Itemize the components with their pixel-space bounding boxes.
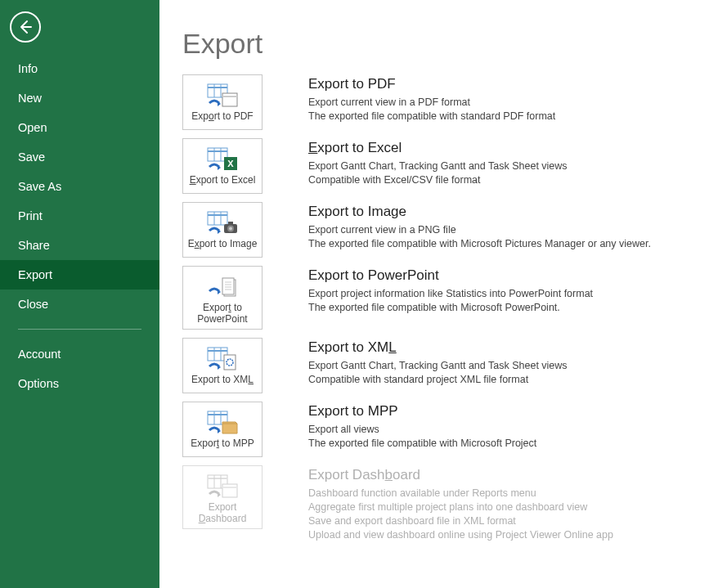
sidebar-item-save[interactable]: Save [0, 142, 159, 172]
svg-rect-8 [208, 150, 227, 152]
export-desc-powerpoint: Export to PowerPoint Export project info… [308, 266, 593, 315]
svg-rect-46 [222, 484, 237, 497]
svg-rect-15 [208, 214, 227, 216]
desc-line: Dashboard function available under Repor… [308, 487, 613, 500]
svg-rect-1 [208, 87, 227, 88]
sidebar-item-share[interactable]: Share [0, 231, 159, 260]
desc-line: Export Gantt Chart, Tracking Gantt and T… [308, 359, 568, 373]
backstage-sidebar: Info New Open Save Save As Print Share E… [0, 0, 159, 588]
desc-line: The exported file compatible with Micros… [308, 437, 536, 451]
tile-export-dashboard: ExportDashboard [182, 465, 263, 529]
sidebar-item-info[interactable]: Info [0, 54, 159, 83]
desc-line: Export current view in a PNG file [308, 223, 651, 237]
svg-rect-43 [208, 478, 227, 479]
sidebar-item-label: Print [18, 209, 43, 222]
tile-label: Export to MPP [191, 438, 254, 449]
sidebar-item-label: Info [18, 62, 38, 75]
tile-label: Export to PDF [191, 110, 253, 122]
svg-rect-19 [228, 222, 233, 225]
desc-line: The exported file compatible with standa… [308, 110, 555, 123]
desc-line: The exported file compatible with Micros… [308, 237, 651, 251]
desc-line: Compatible with standard project XML fil… [308, 373, 568, 387]
svg-rect-4 [222, 93, 237, 106]
desc-line: Aggregate first multiple project plans i… [308, 500, 613, 514]
sidebar-item-label: Account [18, 348, 61, 361]
sidebar-divider [18, 329, 141, 330]
svg-rect-14 [208, 212, 227, 225]
sidebar-item-close[interactable]: Close [0, 290, 159, 319]
sidebar-item-label: Options [18, 377, 59, 390]
svg-rect-47 [222, 487, 237, 488]
desc-title: Export to Image [308, 204, 651, 220]
sidebar-item-label: Open [18, 121, 47, 134]
export-row-image: Export to Image Export to Image Export c… [182, 202, 695, 258]
desc-title: Export to PDF [308, 76, 555, 92]
tile-label: Export to Excel [190, 174, 256, 186]
svg-rect-34 [224, 355, 236, 370]
back-button[interactable] [10, 11, 41, 43]
tile-label: Export to XML [191, 374, 254, 385]
export-pdf-icon [206, 80, 239, 108]
export-excel-icon: X [206, 144, 239, 172]
svg-rect-24 [222, 278, 234, 294]
sidebar-item-label: Export [18, 268, 52, 281]
desc-line: Compatible with Excel/CSV file format [308, 173, 568, 187]
export-mpp-icon [206, 407, 239, 435]
desc-line: The exported file compatible with Micros… [308, 301, 593, 315]
export-dashboard-icon [206, 471, 239, 499]
export-row-excel: X Export to Excel Export to Excel Export… [182, 138, 695, 194]
export-xml-icon [206, 343, 239, 371]
export-desc-image: Export to Image Export current view in a… [308, 202, 651, 251]
desc-line: Export current view in a PDF format [308, 96, 555, 110]
tile-export-pdf[interactable]: Export to PDF [182, 74, 263, 130]
desc-line: Export all views [308, 423, 536, 437]
tile-export-mpp[interactable]: Export to MPP [182, 402, 263, 457]
sidebar-item-account[interactable]: Account [0, 339, 159, 369]
export-desc-pdf: Export to PDF Export current view in a P… [308, 74, 555, 123]
sidebar-item-label: New [18, 92, 42, 105]
sidebar-item-label: Close [18, 298, 48, 311]
sidebar-item-label: Share [18, 239, 50, 252]
svg-rect-31 [208, 350, 227, 352]
sidebar-item-print[interactable]: Print [0, 201, 159, 231]
desc-line: Save and export dashboard file in XML fo… [308, 514, 613, 528]
tile-export-xml[interactable]: Export to XML [182, 338, 263, 393]
sidebar-item-new[interactable]: New [0, 83, 159, 113]
export-row-pdf: Export to PDF Export to PDF Export curre… [182, 74, 695, 130]
tile-label: ExportDashboard [199, 501, 247, 524]
tile-label: Export to Image [188, 238, 258, 249]
export-image-icon [206, 208, 239, 236]
sidebar-item-options[interactable]: Options [0, 369, 159, 398]
tile-export-excel[interactable]: X Export to Excel [182, 138, 263, 194]
export-desc-mpp: Export to MPP Export all views The expor… [308, 402, 536, 451]
main-content: Export Export to PDF Export to PDF Expor [159, 0, 718, 588]
tile-export-image[interactable]: Export to Image [182, 202, 263, 258]
sidebar-item-save-as[interactable]: Save As [0, 172, 159, 201]
sidebar-item-export[interactable]: Export [0, 260, 159, 290]
svg-text:X: X [227, 159, 234, 168]
desc-title: Export to PowerPoint [308, 267, 593, 284]
tile-export-powerpoint[interactable]: Export toPowerPoint [182, 266, 263, 330]
back-arrow-icon [17, 19, 34, 35]
desc-title: Export to Excel [308, 140, 568, 156]
export-row-mpp: Export to MPP Export to MPP Export all v… [182, 402, 695, 457]
sidebar-item-label: Save As [18, 180, 61, 193]
export-row-xml: Export to XML Export to XML Export Gantt… [182, 338, 695, 393]
export-powerpoint-icon [206, 272, 239, 299]
svg-rect-38 [208, 414, 227, 415]
export-desc-xml: Export to XML Export Gantt Chart, Tracki… [308, 338, 568, 387]
export-row-dashboard: ExportDashboard Export Dashboard Dashboa… [182, 465, 695, 542]
svg-point-21 [229, 227, 232, 231]
export-desc-dashboard: Export Dashboard Dashboard function avai… [308, 465, 613, 542]
desc-line: Export project information like Statisti… [308, 287, 593, 301]
export-desc-excel: Export to Excel Export Gantt Chart, Trac… [308, 138, 568, 187]
page-title: Export [182, 28, 695, 60]
tile-label: Export toPowerPoint [197, 302, 247, 325]
sidebar-item-open[interactable]: Open [0, 113, 159, 142]
desc-title: Export to XML [308, 339, 568, 356]
desc-line: Upload and view dashboard online using P… [308, 528, 613, 542]
desc-title: Export Dashboard [308, 467, 613, 483]
sidebar-item-label: Save [18, 150, 45, 164]
desc-line: Export Gantt Chart, Tracking Gantt and T… [308, 159, 568, 173]
desc-title: Export to MPP [308, 403, 536, 420]
